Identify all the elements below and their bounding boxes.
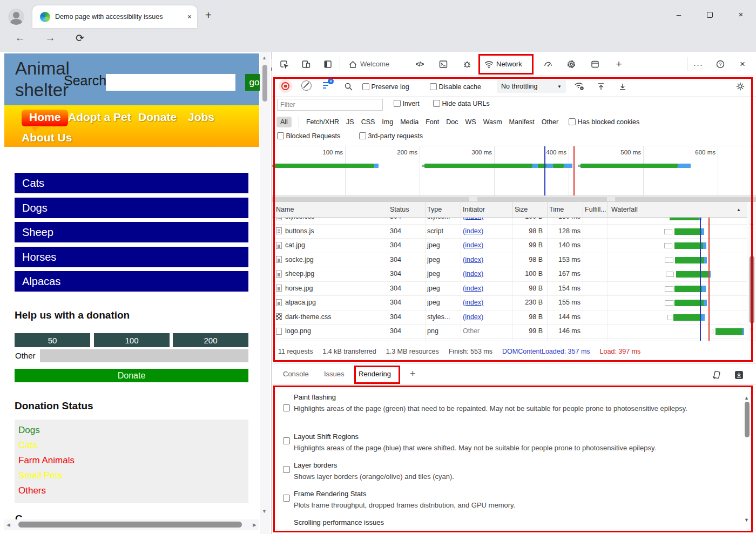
elements-tab-icon[interactable]: </> [414, 58, 426, 70]
network-settings-gear-icon[interactable] [734, 80, 746, 92]
sheep-button[interactable]: Sheep [15, 222, 248, 242]
request-row[interactable]: cat.jpg 304 jpeg (index) 99 B 140 ms [272, 239, 747, 253]
page-horizontal-scrollbar[interactable]: ◀ ▶ [4, 519, 259, 530]
debugger-tab-icon[interactable] [461, 58, 473, 70]
initiator-link[interactable]: (index) [463, 299, 483, 306]
refresh-button[interactable]: ⟳ [72, 32, 88, 44]
new-tab-button[interactable]: + [205, 10, 212, 21]
table-vertical-scrollbar[interactable]: ▲ ▼ [747, 202, 756, 341]
type-filter[interactable]: Other [542, 118, 558, 126]
blocked-requests-checkbox[interactable]: Blocked Requests [277, 132, 340, 140]
column-fulfilled[interactable]: Fulfill... [585, 206, 606, 213]
performance-tab-icon[interactable] [542, 58, 554, 70]
layer-borders-checkbox[interactable] [283, 466, 290, 473]
search-input[interactable] [106, 74, 235, 91]
focus-mode-icon[interactable] [322, 58, 334, 70]
console-tab-icon[interactable] [437, 58, 449, 70]
more-tabs-button[interactable]: + [613, 58, 625, 70]
request-row[interactable]: logo.png 304 png Other 99 B 146 ms [272, 325, 747, 339]
filter-toggle-icon[interactable]: × [322, 80, 334, 91]
scroll-down-icon[interactable]: ▼ [744, 517, 749, 523]
other-amount-input[interactable] [40, 349, 248, 362]
frame-rendering-stats-checkbox[interactable] [283, 495, 290, 502]
initiator-link[interactable]: (index) [463, 285, 483, 292]
column-size[interactable]: Size [515, 206, 528, 213]
export-har-icon[interactable] [617, 80, 629, 92]
sort-direction-icon[interactable]: ▲ [737, 207, 741, 212]
initiator-link[interactable]: (index) [463, 313, 483, 321]
checkbox[interactable] [430, 83, 437, 90]
network-tab-icon[interactable] [483, 58, 495, 70]
request-row[interactable]: dark-theme.css 304 styles... (index) 98 … [272, 310, 747, 325]
nav-home[interactable]: Home [22, 110, 68, 126]
initiator-link[interactable]: (index) [463, 270, 483, 278]
import-har-icon[interactable] [595, 80, 607, 92]
hide-drawer-button[interactable] [733, 369, 745, 381]
network-overview-timeline[interactable]: 100 ms 200 ms 300 ms 400 ms 500 ms 600 m… [272, 146, 756, 195]
column-type[interactable]: Type [427, 206, 442, 213]
tab-rendering[interactable]: Rendering [359, 370, 391, 378]
amount-100-button[interactable]: 100 [94, 333, 170, 347]
tab-issues[interactable]: Issues [324, 370, 345, 378]
type-filter[interactable]: Manifest [509, 118, 535, 126]
tab-close-icon[interactable]: × [187, 12, 192, 21]
type-filter[interactable]: WS [465, 118, 476, 126]
layout-shift-checkbox[interactable] [283, 437, 290, 444]
type-filter[interactable]: Doc [446, 118, 458, 126]
request-row[interactable]: buttons.js 304 script (index) 98 B 128 m… [272, 225, 747, 239]
request-row[interactable]: socke.jpg 304 jpeg (index) 98 B 153 ms [272, 253, 747, 268]
column-initiator[interactable]: Initiator [463, 206, 485, 213]
initiator-link[interactable]: (index) [463, 227, 483, 235]
welcome-tab-icon[interactable] [347, 58, 359, 70]
device-emulation-icon[interactable] [300, 58, 312, 70]
nav-jobs[interactable]: Jobs [188, 111, 214, 124]
scroll-thumb[interactable] [18, 522, 242, 528]
request-row[interactable]: horse.jpg 304 jpeg (index) 98 B 154 ms [272, 282, 747, 296]
scroll-left-icon[interactable]: ◀ [6, 522, 10, 528]
network-conditions-icon[interactable] [573, 80, 585, 92]
scroll-up-icon[interactable]: ▲ [750, 220, 754, 226]
checkbox[interactable] [277, 132, 284, 139]
scroll-down-icon[interactable]: ▼ [750, 327, 754, 333]
filter-input[interactable] [277, 99, 383, 111]
type-filter-all[interactable]: All [276, 117, 292, 127]
column-name[interactable]: Name [276, 206, 294, 213]
minimize-button[interactable]: – [674, 10, 684, 19]
disable-cache-checkbox[interactable]: Disable cache [430, 83, 481, 91]
throttling-select[interactable]: No throttling▼ [497, 80, 566, 93]
alpacas-button[interactable]: Alpacas [15, 271, 248, 292]
request-row[interactable]: alpaca.jpg 304 jpeg (index) 230 B 155 ms [272, 296, 747, 310]
tab-console[interactable]: Console [283, 370, 309, 378]
page-vertical-scrollbar[interactable]: ▲ ▼ [260, 52, 270, 534]
has-blocked-cookies-checkbox[interactable]: Has blocked cookies [569, 118, 639, 126]
add-drawer-tab-button[interactable]: + [410, 368, 416, 380]
checkbox[interactable] [433, 100, 440, 107]
initiator-link[interactable]: (index) [463, 256, 483, 263]
checkbox[interactable] [569, 118, 576, 125]
initiator-link[interactable]: (index) [463, 218, 483, 220]
clear-network-log-button[interactable] [301, 80, 312, 91]
hide-data-urls-checkbox[interactable]: Hide data URLs [433, 100, 490, 107]
request-row[interactable]: sheep.jpg 304 jpeg (index) 100 B 167 ms [272, 267, 747, 282]
checkbox[interactable] [362, 83, 369, 90]
type-filter[interactable]: Font [426, 118, 439, 126]
cats-button[interactable]: Cats [15, 173, 248, 193]
dogs-button[interactable]: Dogs [15, 198, 248, 218]
initiator-link[interactable]: (index) [463, 241, 483, 249]
scroll-down-icon[interactable]: ▼ [262, 509, 267, 514]
column-waterfall[interactable]: Waterfall [611, 206, 638, 213]
devtools-menu-button[interactable]: ··· [692, 58, 704, 70]
close-window-button[interactable]: × [736, 10, 746, 19]
amount-50-button[interactable]: 50 [15, 333, 90, 347]
tab-network[interactable]: Network [496, 60, 522, 68]
paint-flashing-checkbox[interactable] [283, 404, 290, 411]
close-devtools-button[interactable]: × [737, 58, 748, 70]
scroll-up-icon[interactable]: ▲ [262, 55, 267, 60]
maximize-button[interactable] [705, 10, 714, 19]
nav-donate[interactable]: Donate [138, 111, 177, 124]
scroll-thumb[interactable] [750, 256, 754, 323]
scroll-thumb[interactable] [262, 65, 267, 102]
application-tab-icon[interactable] [589, 58, 601, 70]
scroll-right-icon[interactable]: ▶ [253, 522, 256, 528]
type-filter[interactable]: Img [382, 118, 393, 126]
